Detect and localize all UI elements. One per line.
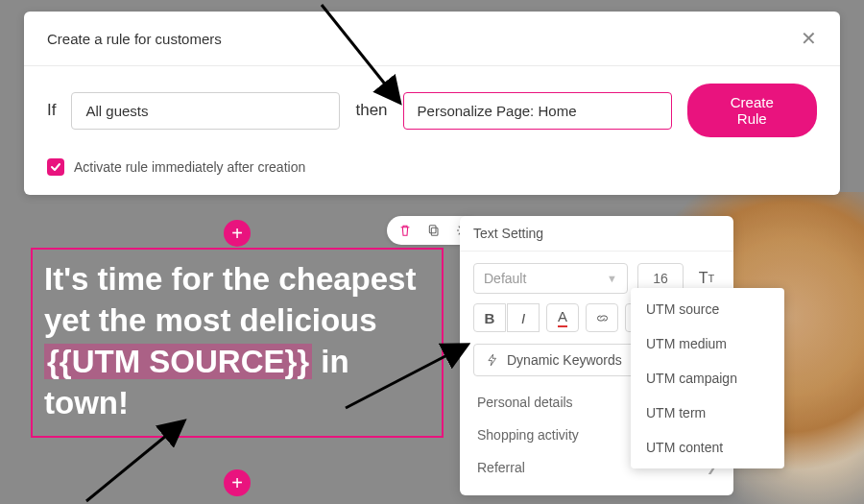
- font-family-select[interactable]: Default ▼: [473, 263, 628, 294]
- font-family-value: Default: [484, 271, 526, 286]
- heading-text: It's time for the cheapest yet the most …: [44, 259, 430, 424]
- then-label: then: [355, 101, 387, 120]
- activate-label: Activate rule immediately after creation: [74, 159, 305, 175]
- editable-heading-block[interactable]: It's time for the cheapest yet the most …: [31, 248, 444, 438]
- utm-term-option[interactable]: UTM term: [631, 396, 784, 430]
- svg-rect-0: [431, 228, 438, 235]
- if-condition-input[interactable]: [71, 92, 340, 130]
- utm-medium-option[interactable]: UTM medium: [631, 326, 784, 361]
- text-color-button[interactable]: A: [546, 303, 579, 332]
- delete-icon[interactable]: [396, 222, 414, 239]
- utm-source-token[interactable]: {{UTM SOURCE}}: [44, 344, 312, 379]
- category-label: Personal details: [477, 395, 573, 410]
- duplicate-icon[interactable]: [425, 222, 443, 239]
- chevron-down-icon: ▼: [607, 273, 617, 284]
- text-setting-title: Text Setting: [460, 216, 733, 252]
- add-block-below-button[interactable]: +: [224, 469, 251, 496]
- rule-panel-title: Create a rule for customers: [47, 31, 222, 47]
- rule-panel-body: If then Create Rule Activate rule immedi…: [24, 66, 840, 195]
- category-label: Referral: [477, 460, 525, 475]
- category-label: Shopping activity: [477, 427, 579, 443]
- bold-button[interactable]: B: [473, 303, 506, 332]
- lightning-icon: [486, 353, 499, 367]
- italic-button[interactable]: I: [507, 303, 540, 332]
- if-label: If: [47, 101, 56, 120]
- create-rule-button[interactable]: Create Rule: [687, 84, 817, 137]
- utm-content-option[interactable]: UTM content: [631, 430, 784, 465]
- utm-campaign-option[interactable]: UTM campaign: [631, 361, 784, 396]
- activate-row: Activate rule immediately after creation: [47, 158, 817, 176]
- activate-checkbox[interactable]: [47, 158, 64, 176]
- then-action-input[interactable]: [403, 92, 672, 130]
- add-block-above-button[interactable]: +: [224, 220, 251, 247]
- svg-rect-1: [429, 226, 436, 233]
- close-icon[interactable]: ✕: [801, 29, 817, 48]
- rule-condition-row: If then Create Rule: [47, 84, 817, 137]
- utm-source-option[interactable]: UTM source: [631, 292, 784, 326]
- dynamic-keywords-button[interactable]: Dynamic Keywords: [473, 344, 635, 376]
- heading-pre: It's time for the cheapest yet the most …: [44, 261, 416, 338]
- rule-panel-header: Create a rule for customers ✕: [24, 12, 840, 66]
- dynamic-keywords-label: Dynamic Keywords: [507, 352, 622, 368]
- utm-submenu: UTM source UTM medium UTM campaign UTM t…: [631, 288, 784, 468]
- rule-creation-panel: Create a rule for customers ✕ If then Cr…: [24, 12, 840, 195]
- link-button[interactable]: [586, 303, 618, 332]
